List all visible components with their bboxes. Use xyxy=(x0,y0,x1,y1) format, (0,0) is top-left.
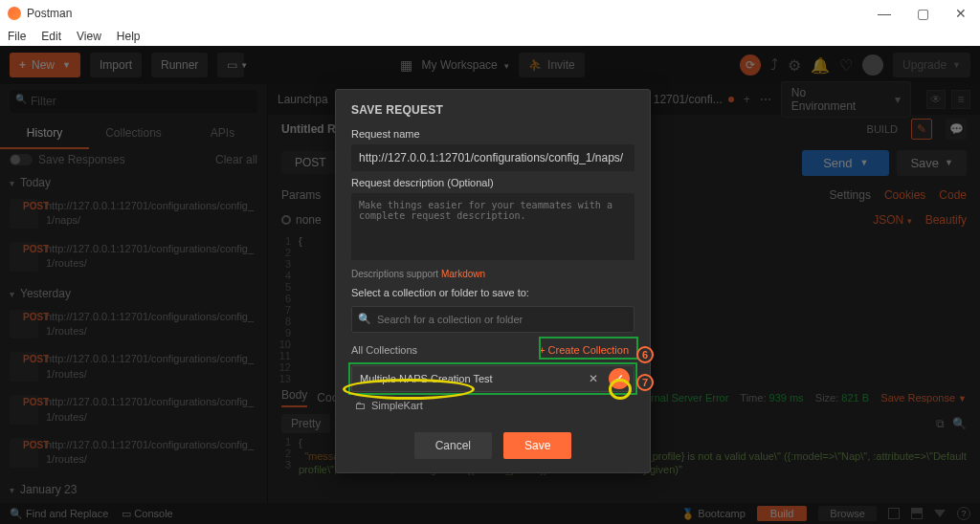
save-request-modal: SAVE REQUEST Request name Request descri… xyxy=(335,89,651,473)
collection-simplekart[interactable]: 🗀 SimpleKart xyxy=(351,392,635,419)
select-collection-label: Select a collection or folder to save to… xyxy=(351,287,635,298)
menu-file[interactable]: File xyxy=(8,30,26,43)
menu-view[interactable]: View xyxy=(77,30,101,43)
window-minimize-button[interactable]: — xyxy=(873,6,896,21)
create-collection-button[interactable]: + Create Collection xyxy=(533,342,635,358)
request-desc-label: Request description (Optional) xyxy=(351,177,635,188)
markdown-link[interactable]: Markdown xyxy=(441,269,485,279)
modal-save-button[interactable]: Save xyxy=(503,432,571,459)
annotation-7: 7 xyxy=(636,374,654,391)
request-desc-input[interactable] xyxy=(351,193,635,260)
modal-cancel-button[interactable]: Cancel xyxy=(414,432,492,459)
window-close-button[interactable]: ✕ xyxy=(949,6,972,21)
markdown-hint: Descriptions support Markdown xyxy=(351,269,635,279)
menubar: File Edit View Help xyxy=(0,27,980,46)
collection-search-input[interactable] xyxy=(351,306,635,333)
modal-title: SAVE REQUEST xyxy=(351,103,635,117)
new-collection-name-input[interactable] xyxy=(352,366,582,391)
folder-icon: 🗀 xyxy=(355,400,366,411)
breadcrumb-all-collections[interactable]: All Collections xyxy=(351,344,417,356)
annotation-6: 6 xyxy=(636,346,654,363)
request-name-input[interactable] xyxy=(351,144,635,171)
menu-edit[interactable]: Edit xyxy=(41,30,61,43)
window-title: Postman xyxy=(27,7,72,20)
confirm-new-collection-icon[interactable]: ✓ xyxy=(609,368,630,389)
menu-help[interactable]: Help xyxy=(117,30,141,43)
window-titlebar: Postman — ▢ ✕ xyxy=(0,0,980,27)
postman-logo-icon xyxy=(8,7,21,20)
cancel-new-collection-icon[interactable]: ✕ xyxy=(582,372,605,385)
request-name-label: Request name xyxy=(351,128,635,140)
window-maximize-button[interactable]: ▢ xyxy=(911,6,934,21)
